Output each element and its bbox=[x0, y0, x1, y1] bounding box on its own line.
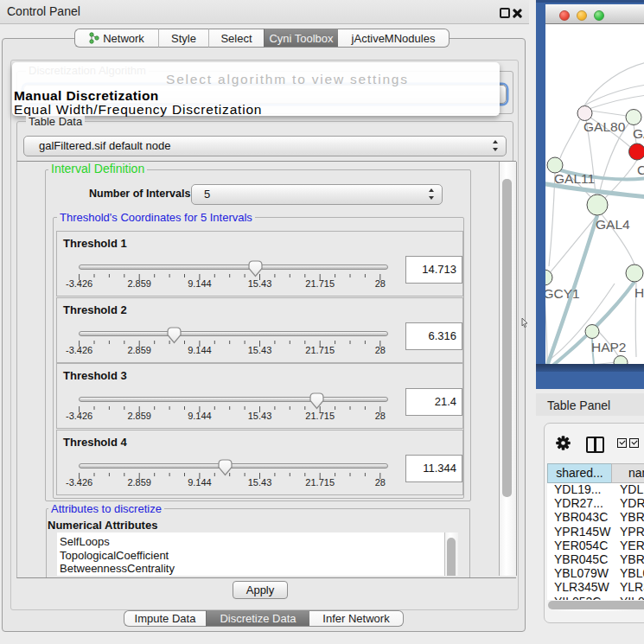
svg-text:GCY1: GCY1 bbox=[545, 286, 580, 301]
svg-text:GAL4: GAL4 bbox=[596, 217, 630, 232]
svg-text:HAP2: HAP2 bbox=[591, 340, 627, 354]
svg-text:GAL3: GAL3 bbox=[633, 126, 644, 141]
svg-text:HIS: HIS bbox=[634, 285, 644, 300]
svg-text:GAL80: GAL80 bbox=[583, 119, 626, 134]
svg-text:GAL11: GAL11 bbox=[554, 171, 595, 186]
svg-text:CDC: CDC bbox=[637, 163, 644, 177]
